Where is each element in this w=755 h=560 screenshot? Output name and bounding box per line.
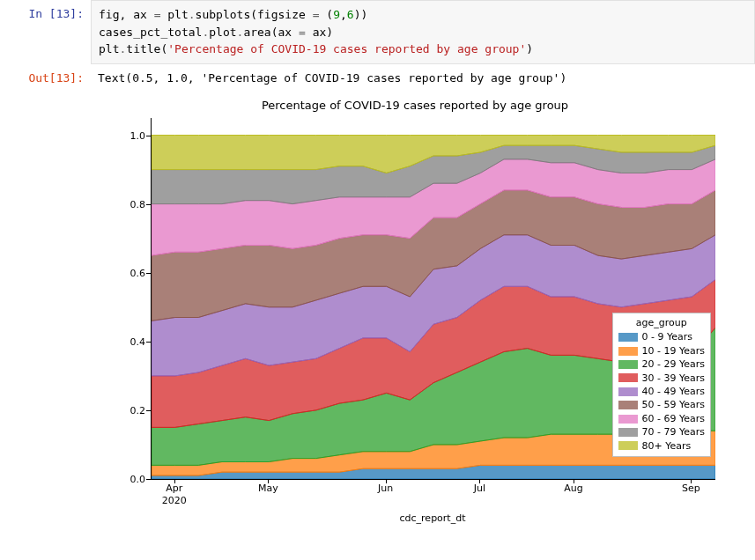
output-text: Text(0.5, 1.0, 'Percentage of COVID-19 c… bbox=[91, 64, 755, 92]
legend-label: 40 - 49 Years bbox=[642, 385, 705, 398]
legend-swatch bbox=[618, 428, 638, 437]
y-tick-label: 0.6 bbox=[115, 267, 145, 278]
y-tick-label: 0.0 bbox=[115, 474, 145, 485]
in-prompt-label: In [13]: bbox=[0, 0, 91, 64]
legend-item: 10 - 19 Years bbox=[618, 344, 705, 357]
legend-item: 50 - 59 Years bbox=[618, 398, 705, 411]
axes: age_group0 - 9 Years10 - 19 Years20 - 29… bbox=[151, 118, 714, 479]
legend-swatch bbox=[618, 441, 638, 450]
legend-swatch bbox=[618, 373, 638, 382]
legend-label: 60 - 69 Years bbox=[642, 412, 705, 425]
legend-label: 20 - 29 Years bbox=[642, 357, 705, 371]
legend-label: 70 - 79 Years bbox=[642, 425, 705, 438]
x-tick-label: Apr2020 bbox=[162, 483, 187, 508]
x-tick-label: Jun bbox=[378, 483, 393, 495]
y-tick-label: 1.0 bbox=[115, 129, 145, 141]
legend-swatch bbox=[618, 415, 638, 424]
empty-prompt bbox=[0, 92, 91, 528]
chart-title: Percentage of COVID-19 cases reported by… bbox=[98, 99, 732, 112]
legend-item: 30 - 39 Years bbox=[618, 372, 705, 385]
out-prompt-label: Out[13]: bbox=[0, 64, 91, 92]
legend-item: 60 - 69 Years bbox=[618, 412, 705, 425]
legend-label: 80+ Years bbox=[642, 439, 692, 453]
legend-swatch bbox=[618, 347, 638, 356]
legend-item: 0 - 9 Years bbox=[618, 330, 705, 343]
y-tick-label: 0.4 bbox=[115, 335, 145, 347]
plot-area: age_group0 - 9 Years10 - 19 Years20 - 29… bbox=[151, 118, 715, 480]
figure: Percentage of COVID-19 cases reported by… bbox=[98, 99, 732, 521]
legend-label: 50 - 59 Years bbox=[642, 398, 705, 411]
legend-item: 70 - 79 Years bbox=[618, 425, 705, 438]
legend-label: 0 - 9 Years bbox=[642, 330, 692, 343]
legend-swatch bbox=[618, 387, 638, 396]
figure-wrap: Percentage of COVID-19 cases reported by… bbox=[91, 92, 755, 528]
legend: age_group0 - 9 Years10 - 19 Years20 - 29… bbox=[612, 313, 711, 457]
legend-item: 20 - 29 Years bbox=[618, 357, 705, 371]
legend-label: 30 - 39 Years bbox=[642, 372, 705, 385]
legend-item: 40 - 49 Years bbox=[618, 385, 705, 398]
legend-swatch bbox=[618, 360, 638, 369]
code-input[interactable]: fig, ax = plt.subplots(figsize = (9,6)) … bbox=[91, 0, 755, 64]
x-tick-label: Jul bbox=[474, 483, 485, 495]
input-cell: In [13]: fig, ax = plt.subplots(figsize … bbox=[0, 0, 755, 64]
x-tick-label: Sep bbox=[682, 483, 700, 495]
legend-item: 80+ Years bbox=[618, 439, 705, 453]
y-tick-label: 0.2 bbox=[115, 404, 145, 416]
legend-swatch bbox=[618, 333, 638, 342]
x-axis-label: cdc_report_dt bbox=[151, 512, 714, 524]
output-text-cell: Out[13]: Text(0.5, 1.0, 'Percentage of C… bbox=[0, 64, 755, 92]
legend-title: age_group bbox=[618, 317, 705, 328]
output-figure-cell: Percentage of COVID-19 cases reported by… bbox=[0, 92, 755, 528]
x-tick-label: Aug bbox=[564, 483, 582, 495]
legend-label: 10 - 19 Years bbox=[642, 344, 705, 357]
x-tick-label: May bbox=[258, 483, 278, 495]
legend-swatch bbox=[618, 401, 638, 409]
y-tick-label: 0.8 bbox=[115, 198, 145, 210]
